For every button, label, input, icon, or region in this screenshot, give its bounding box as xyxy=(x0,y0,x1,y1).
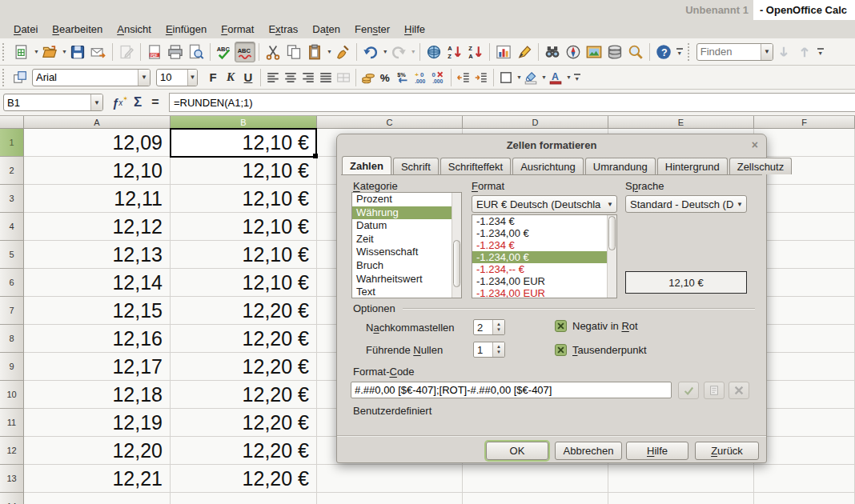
ok-button[interactable]: OK xyxy=(486,442,548,460)
redo-dropdown[interactable]: ▼ xyxy=(411,49,416,54)
background-color-button[interactable] xyxy=(522,69,540,86)
menu-ansicht[interactable]: Ansicht xyxy=(110,22,159,37)
name-box-dropdown[interactable]: ▼ xyxy=(90,94,102,110)
cell[interactable] xyxy=(754,465,855,493)
toolbar-overflow-button[interactable]: ▼ xyxy=(676,48,683,55)
borders-dropdown[interactable]: ▼ xyxy=(516,74,522,80)
undo-button[interactable] xyxy=(360,42,381,62)
category-item[interactable]: Wahrheitswert xyxy=(352,273,461,286)
tab-hintergrund[interactable]: Hintergrund xyxy=(657,158,728,174)
find-input[interactable] xyxy=(697,46,761,58)
thousands-separator-checkbox[interactable]: Tausenderpunkt xyxy=(555,344,647,356)
find-toolbar-input[interactable]: ▼ xyxy=(696,43,773,61)
spellcheck-button[interactable]: ABC xyxy=(214,42,235,62)
dialog-close-icon[interactable]: × xyxy=(752,138,758,151)
row-header[interactable]: 5 xyxy=(0,241,24,269)
help-button-dialog[interactable]: Hilfe xyxy=(626,442,688,460)
row-header[interactable]: 13 xyxy=(0,465,24,493)
edit-comment-button[interactable] xyxy=(704,382,725,399)
category-item-selected[interactable]: Währung xyxy=(352,206,461,220)
cell[interactable] xyxy=(754,493,855,504)
language-dropdown[interactable]: Standard - Deutsch (D ▼ xyxy=(625,195,747,213)
format-paintbrush-button[interactable] xyxy=(332,42,353,62)
spinner-up-down-icon[interactable]: ▲▼ xyxy=(492,342,504,357)
negative-red-checkbox[interactable]: Negativ in Rot xyxy=(555,320,638,332)
cell[interactable]: 12,14 xyxy=(24,269,171,297)
cell[interactable]: 12,12 xyxy=(24,213,171,241)
cell[interactable]: 12,19 xyxy=(24,409,171,437)
row-header[interactable]: 3 xyxy=(0,185,24,213)
menu-format[interactable]: Format xyxy=(214,22,261,37)
open-button[interactable] xyxy=(39,42,60,62)
cell[interactable]: 12,20 € xyxy=(171,297,317,325)
cell[interactable] xyxy=(754,185,855,213)
column-header-b[interactable]: B xyxy=(171,116,317,129)
row-header[interactable]: 12 xyxy=(0,437,24,465)
edit-file-button[interactable] xyxy=(116,42,137,62)
sort-ascending-button[interactable]: AZ xyxy=(444,42,465,62)
sort-descending-button[interactable]: ZA xyxy=(465,42,486,62)
underline-button[interactable]: U xyxy=(239,69,257,86)
font-size-dropdown[interactable]: ▼ xyxy=(187,70,197,86)
cell[interactable]: 12,20 xyxy=(24,437,171,465)
row-header[interactable]: 8 xyxy=(0,325,24,353)
cell[interactable]: 12,20 € xyxy=(171,437,317,465)
new-document-dropdown[interactable]: ▼ xyxy=(34,49,39,54)
cell[interactable] xyxy=(754,241,855,269)
background-color-dropdown[interactable]: ▼ xyxy=(541,74,547,80)
align-justify-button[interactable] xyxy=(317,69,335,86)
column-header-d[interactable]: D xyxy=(463,116,608,129)
cell[interactable] xyxy=(463,493,608,504)
cell[interactable]: 12,11 xyxy=(24,185,171,213)
category-scrollbar[interactable] xyxy=(452,193,461,298)
function-equals-button[interactable]: = xyxy=(147,94,164,111)
format-scrollbar[interactable] xyxy=(607,215,616,298)
cell[interactable] xyxy=(171,493,317,504)
italic-button[interactable]: K xyxy=(222,69,239,86)
back-button[interactable]: Zurück xyxy=(695,442,759,460)
cell[interactable]: 12,18 xyxy=(24,381,171,409)
leading-zeros-spinner[interactable]: 1 ▲▼ xyxy=(473,342,505,358)
font-size-input[interactable] xyxy=(157,71,187,83)
delete-format-button[interactable] xyxy=(729,382,749,399)
cell-reference-input[interactable] xyxy=(4,97,90,109)
sum-button[interactable]: Σ xyxy=(129,94,147,111)
column-header-c[interactable]: C xyxy=(317,116,463,129)
font-size-combo[interactable]: ▼ xyxy=(156,69,198,86)
spinner-up-down-icon[interactable]: ▲▼ xyxy=(492,320,504,334)
paste-dropdown[interactable]: ▼ xyxy=(327,49,332,54)
percent-format-button[interactable]: % xyxy=(377,69,395,86)
tab-schrifteffekt[interactable]: Schrifteffekt xyxy=(440,158,511,174)
find-dropdown[interactable]: ▼ xyxy=(761,44,772,60)
cell-a1[interactable]: 12,09 xyxy=(24,129,171,157)
paste-button[interactable] xyxy=(304,42,325,62)
decimals-value[interactable]: 2 xyxy=(474,320,492,334)
select-all-corner[interactable] xyxy=(0,116,24,129)
menu-extras[interactable]: Extras xyxy=(261,22,305,37)
undo-dropdown[interactable]: ▼ xyxy=(383,49,388,54)
print-preview-button[interactable] xyxy=(186,42,207,62)
toolbar-overflow-button[interactable]: ▼ xyxy=(574,74,580,81)
column-header-a[interactable]: A xyxy=(24,116,171,129)
leading-zeros-value[interactable]: 1 xyxy=(474,342,492,357)
add-decimal-button[interactable]: +0.000 xyxy=(412,69,430,86)
cell[interactable] xyxy=(754,269,855,297)
format-code-field[interactable] xyxy=(351,382,672,398)
standard-format-button[interactable]: $% xyxy=(395,69,412,86)
tab-zahlen[interactable]: Zahlen xyxy=(342,156,391,174)
category-item[interactable]: Prozent xyxy=(352,193,461,206)
row-header[interactable]: 9 xyxy=(0,353,24,381)
category-listbox[interactable]: Prozent Währung Datum Zeit Wissenschaft … xyxy=(351,192,462,298)
font-name-combo[interactable]: ▼ xyxy=(32,69,151,86)
find-replace-button[interactable] xyxy=(542,42,563,62)
format-listbox[interactable]: -1.234 € -1.234,00 € -1.234 € -1.234,00 … xyxy=(472,214,617,298)
tab-schrift[interactable]: Schrift xyxy=(393,158,439,174)
zoom-button[interactable] xyxy=(625,42,646,62)
cell[interactable] xyxy=(754,297,855,325)
cell[interactable] xyxy=(608,493,754,504)
styles-button[interactable] xyxy=(11,69,29,86)
checkbox-checked-icon[interactable] xyxy=(555,320,567,332)
format-item-selected[interactable]: -1.234,00 € xyxy=(472,251,616,263)
formula-input-area[interactable] xyxy=(169,93,855,112)
help-button[interactable]: ? xyxy=(653,42,674,62)
